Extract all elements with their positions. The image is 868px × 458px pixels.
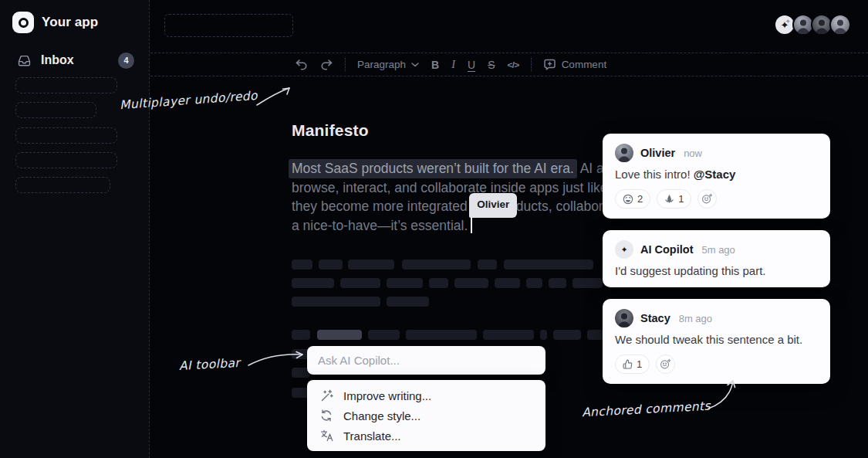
person-icon xyxy=(615,144,633,162)
collab-cursor-caret: Olivier xyxy=(471,216,472,233)
toolbar-divider xyxy=(531,58,532,71)
sync-icon xyxy=(319,409,333,422)
sidebar-skeleton-item xyxy=(15,102,96,118)
add-reaction-button[interactable] xyxy=(697,189,717,209)
undo-button[interactable] xyxy=(291,56,312,74)
add-comment-icon xyxy=(543,59,556,71)
wand-icon xyxy=(319,389,333,402)
thumbs-up-emoji-icon xyxy=(623,359,633,369)
comments-panel: Olivier now Love this intro! @Stacy 2 1 xyxy=(603,134,830,384)
paragraph-label: Paragraph xyxy=(357,59,406,70)
add-reaction-icon xyxy=(660,358,671,370)
comment-card-ai-copilot[interactable]: ✦ AI Copilot 5m ago I'd suggest updating… xyxy=(603,230,830,287)
sparkle-small-icon: ✧ xyxy=(785,19,790,25)
sidebar-skeleton-item xyxy=(15,127,117,144)
comment-time: now xyxy=(684,148,702,159)
code-button[interactable]: </> xyxy=(503,56,522,74)
presence-avatar-stack: ✦ ✧ xyxy=(774,14,851,36)
app-canvas: Your app Inbox 4 ✦ ✧ xyxy=(0,0,868,458)
sidebar: Your app Inbox 4 xyxy=(0,0,150,458)
comment-button[interactable]: Comment xyxy=(539,56,611,74)
collab-cursor-label: Olivier xyxy=(469,193,517,218)
sidebar-skeleton-item xyxy=(15,77,117,93)
app-name: Your app xyxy=(42,15,98,30)
comment-button-label: Comment xyxy=(562,59,607,70)
sparkle-icon: ✦ xyxy=(620,245,627,255)
comment-time: 5m ago xyxy=(701,244,735,256)
menu-item-label: Improve writing... xyxy=(343,389,431,402)
sidebar-skeleton-item xyxy=(15,177,110,193)
editor-toolbar: Paragraph B I U S </> Comment xyxy=(150,53,868,76)
reaction-pill-laughing[interactable]: 2 xyxy=(615,189,650,209)
sidebar-skeleton-item xyxy=(15,152,117,168)
menu-item-label: Translate... xyxy=(343,429,400,443)
highlighted-text: Most SaaS products weren’t built for the… xyxy=(289,159,577,178)
redo-button[interactable] xyxy=(316,56,337,74)
ask-ai-copilot-input[interactable] xyxy=(307,354,545,367)
ai-input-card xyxy=(307,346,545,375)
translate-icon xyxy=(319,429,333,442)
reactions-row: 2 1 xyxy=(615,189,818,209)
reactions-row: 1 xyxy=(615,355,818,374)
comment-body: Love this intro! @Stacy xyxy=(615,168,818,181)
person-icon xyxy=(812,15,831,34)
inbox-icon xyxy=(17,54,32,67)
ai-copilot-menu: Improve writing... Change style... Trans… xyxy=(307,380,545,451)
comment-body: We should tweak this sentence a bit. xyxy=(615,333,818,346)
user-avatar[interactable] xyxy=(829,14,851,36)
comment-card-olivier[interactable]: Olivier now Love this intro! @Stacy 2 1 xyxy=(603,134,830,219)
arrow-to-comments xyxy=(708,381,733,409)
anchored-highlight-skeleton xyxy=(317,330,362,340)
add-reaction-button[interactable] xyxy=(656,355,675,374)
app-logo: Your app xyxy=(12,12,98,33)
undo-icon xyxy=(295,59,308,70)
annotation-anchored-comments: Anchored comments xyxy=(582,399,711,420)
comment-body: I'd suggest updating this part. xyxy=(615,264,818,277)
reaction-pill-thumbs-up[interactable]: 1 xyxy=(615,355,650,374)
mention[interactable]: @Stacy xyxy=(694,168,736,181)
menu-item-label: Change style... xyxy=(343,409,420,422)
sidebar-item-inbox[interactable]: Inbox 4 xyxy=(0,49,150,71)
pray-emoji-icon xyxy=(664,194,674,205)
comment-author: Stacy xyxy=(640,312,670,324)
italic-button[interactable]: I xyxy=(448,56,459,74)
comment-avatar xyxy=(615,144,633,162)
app-logo-icon xyxy=(12,12,34,33)
inbox-count-badge: 4 xyxy=(118,53,134,69)
paragraph-style-dropdown[interactable]: Paragraph xyxy=(353,56,423,74)
ai-copilot-comment-avatar: ✦ xyxy=(615,240,633,259)
comment-avatar xyxy=(615,309,633,327)
bold-button[interactable]: B xyxy=(427,56,443,74)
inbox-label: Inbox xyxy=(41,53,109,67)
person-icon xyxy=(831,15,849,34)
person-icon xyxy=(615,309,633,327)
menu-item-change-style[interactable]: Change style... xyxy=(307,405,545,426)
annotation-ai-toolbar: AI toolbar xyxy=(179,356,241,373)
header-skeleton-box xyxy=(164,14,293,37)
chevron-down-icon xyxy=(411,63,419,67)
redo-icon xyxy=(320,59,333,70)
laughing-emoji-icon xyxy=(623,194,633,205)
person-icon xyxy=(794,15,812,34)
document-title: Manifesto xyxy=(292,121,369,140)
comment-author: Olivier xyxy=(640,147,675,159)
menu-item-improve-writing[interactable]: Improve writing... xyxy=(307,385,545,405)
arrow-to-undo-redo xyxy=(257,88,289,105)
menu-item-translate[interactable]: Translate... xyxy=(307,426,545,446)
reaction-pill-pray[interactable]: 1 xyxy=(657,189,691,209)
add-reaction-icon xyxy=(701,193,713,205)
strikethrough-button[interactable]: S xyxy=(484,56,498,74)
comment-time: 8m ago xyxy=(679,313,712,324)
toolbar-divider xyxy=(345,58,346,71)
comment-author: AI Copilot xyxy=(640,243,693,256)
underline-button[interactable]: U xyxy=(464,56,479,74)
comment-card-stacy[interactable]: Stacy 8m ago We should tweak this senten… xyxy=(603,299,830,384)
